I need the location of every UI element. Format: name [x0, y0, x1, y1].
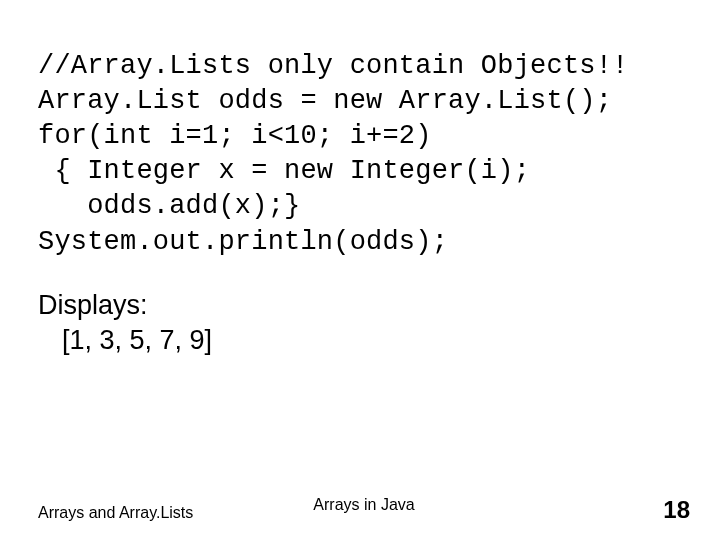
- output-section: Displays: [1, 3, 5, 7, 9]: [38, 288, 692, 359]
- displays-label: Displays:: [38, 288, 692, 324]
- footer-left: Arrays and Array.Lists: [38, 504, 193, 522]
- page-number: 18: [663, 496, 690, 524]
- code-line-comment: //Array.Lists only contain Objects!!: [38, 51, 629, 81]
- code-line-declare: Array.List odds = new Array.List();: [38, 86, 612, 116]
- slide: //Array.Lists only contain Objects!! Arr…: [0, 0, 720, 540]
- displays-output: [1, 3, 5, 7, 9]: [38, 323, 692, 359]
- code-line-body-2: odds.add(x);}: [38, 191, 300, 221]
- code-line-print: System.out.println(odds);: [38, 227, 448, 257]
- code-block: //Array.Lists only contain Objects!! Arr…: [38, 14, 692, 260]
- slide-footer: Arrays and Array.Lists Arrays in Java 18: [38, 496, 690, 524]
- code-line-body-1: { Integer x = new Integer(i);: [38, 156, 530, 186]
- code-line-for: for(int i=1; i<10; i+=2): [38, 121, 432, 151]
